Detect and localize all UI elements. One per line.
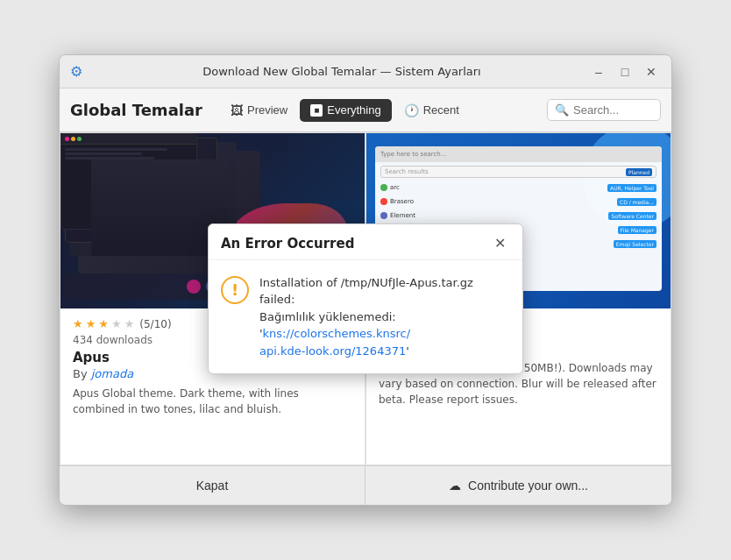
preview-icon: 🖼 <box>231 103 243 117</box>
maximize-button[interactable]: □ <box>615 62 635 82</box>
error-dialog: An Error Occurred ✕ ! Installation of /t… <box>208 223 523 375</box>
dialog-overlay: An Error Occurred ✕ ! Installation of /t… <box>60 132 671 465</box>
tab-recent[interactable]: 🕐 Recent <box>394 99 470 122</box>
cancel-button[interactable]: Kapat <box>60 466 366 505</box>
search-input[interactable] <box>573 103 652 117</box>
titlebar: ⚙ Download New Global Temalar — Sistem A… <box>60 55 671 89</box>
tab-preview-label: Preview <box>247 103 287 117</box>
tab-group: 🖼 Preview ■ Everything 🕐 Recent <box>220 99 543 122</box>
dialog-title: An Error Occurred <box>221 236 354 252</box>
toolbar: Global Temalar 🖼 Preview ■ Everything 🕐 … <box>60 89 671 132</box>
dialog-titlebar: An Error Occurred ✕ <box>209 224 522 260</box>
window-controls: – □ ✕ <box>589 62 661 82</box>
search-box: 🔍 <box>547 99 661 121</box>
dialog-body: ! Installation of /tmp/NUfJle-Apus.tar.g… <box>209 260 522 374</box>
main-window: ⚙ Download New Global Temalar — Sistem A… <box>59 54 672 506</box>
everything-icon: ■ <box>310 104 323 117</box>
dialog-close-button[interactable]: ✕ <box>490 235 510 252</box>
tab-everything[interactable]: ■ Everything <box>300 99 391 122</box>
contribute-icon: ☁ <box>449 478 461 493</box>
search-icon: 🔍 <box>555 103 569 117</box>
window-title: Download New Global Temalar — Sistem Aya… <box>95 65 589 78</box>
dialog-message: Installation of /tmp/NUfJle-Apus.tar.gz … <box>259 274 510 360</box>
content-area: ★ ★ ★ ★ ★ (5/10) 434 downloads Apus By j… <box>60 132 671 465</box>
close-button[interactable]: ✕ <box>642 62 661 82</box>
app-icon: ⚙ <box>70 63 88 81</box>
tab-recent-label: Recent <box>423 103 459 117</box>
tab-everything-label: Everything <box>327 103 380 117</box>
contribute-label: Contribute your own... <box>468 478 588 493</box>
error-link: kns://colorschemes.knsrc/api.kde-look.or… <box>259 327 410 358</box>
toolbar-title: Global Temalar <box>70 101 202 119</box>
footer: Kapat ☁ Contribute your own... <box>60 465 671 505</box>
tab-preview[interactable]: 🖼 Preview <box>220 99 298 122</box>
recent-icon: 🕐 <box>404 103 419 117</box>
warning-icon: ! <box>221 276 249 304</box>
contribute-button[interactable]: ☁ Contribute your own... <box>366 466 671 505</box>
minimize-button[interactable]: – <box>589 62 608 82</box>
